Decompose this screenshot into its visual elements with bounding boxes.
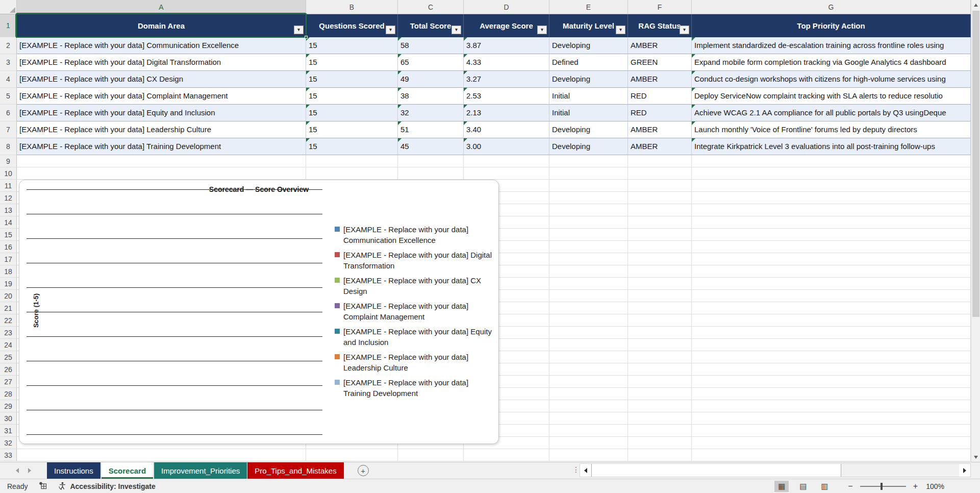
cell-D8[interactable]: 3.00	[464, 138, 549, 155]
cell-F13[interactable]	[628, 204, 692, 216]
legend-item[interactable]: [EXAMPLE - Replace with your data] Digit…	[335, 250, 499, 271]
zoom-slider-thumb[interactable]	[881, 483, 883, 490]
filter-dropdown-button[interactable]: ▾	[386, 26, 395, 34]
scroll-up-button[interactable]	[971, 0, 980, 10]
cell-A3[interactable]: [EXAMPLE - Replace with your data] Digit…	[17, 54, 306, 71]
cell-G11[interactable]	[692, 180, 971, 192]
cell-G28[interactable]	[692, 388, 971, 400]
row-number-14[interactable]: 14	[0, 216, 17, 229]
cell-E32[interactable]	[549, 437, 628, 449]
cell-E27[interactable]	[549, 376, 628, 388]
view-page-break-button[interactable]: ▥	[817, 481, 832, 492]
cell-F16[interactable]	[628, 241, 692, 253]
cell-E15[interactable]	[549, 229, 628, 241]
horizontal-scroll-track[interactable]	[841, 464, 959, 477]
cell-G13[interactable]	[692, 204, 971, 216]
filter-dropdown-button[interactable]: ▾	[451, 26, 461, 34]
cell-G18[interactable]	[692, 265, 971, 278]
zoom-level[interactable]: 100%	[925, 482, 944, 490]
row-number-1[interactable]: 1	[0, 14, 17, 37]
row-number-16[interactable]: 16	[0, 241, 17, 253]
cell-G30[interactable]	[692, 412, 971, 425]
horizontal-scrollbar[interactable]	[580, 463, 971, 477]
legend-item[interactable]: [EXAMPLE - Replace with your data] CXDes…	[335, 275, 499, 297]
legend-item[interactable]: [EXAMPLE - Replace with your data]Leader…	[335, 352, 499, 373]
column-header-A[interactable]: A	[17, 0, 306, 14]
cell-E3[interactable]: Defined	[549, 54, 628, 71]
cell-F25[interactable]	[628, 351, 692, 363]
cell-E33[interactable]	[549, 449, 628, 461]
row-number-3[interactable]: 3	[0, 54, 17, 71]
column-header-F[interactable]: F	[628, 0, 692, 14]
column-header-B[interactable]: B	[306, 0, 398, 14]
row-number-32[interactable]: 32	[0, 437, 17, 449]
cell-E24[interactable]	[549, 339, 628, 351]
cell-A9[interactable]	[17, 155, 306, 167]
cell-E5[interactable]: Initial	[549, 88, 628, 105]
cell-A5[interactable]: [EXAMPLE - Replace with your data] Compl…	[17, 88, 306, 105]
prev-sheet-button[interactable]	[11, 462, 23, 479]
row-number-15[interactable]: 15	[0, 229, 17, 241]
cell-G8[interactable]: Integrate Kirkpatrick Level 3 evaluation…	[692, 138, 971, 155]
cell-B4[interactable]: 15	[306, 71, 398, 88]
column-header-C[interactable]: C	[398, 0, 464, 14]
cell-E31[interactable]	[549, 425, 628, 437]
cell-E4[interactable]: Developing	[549, 71, 628, 88]
cell-B3[interactable]: 15	[306, 54, 398, 71]
cell-E13[interactable]	[549, 204, 628, 216]
cell-F5[interactable]: RED	[628, 88, 692, 105]
embedded-chart[interactable]: Scorecard — Score Overview Score (1-5) […	[19, 180, 499, 444]
cell-G21[interactable]	[692, 302, 971, 314]
cell-F12[interactable]	[628, 192, 692, 204]
macro-record-icon[interactable]	[39, 481, 47, 491]
accessibility-status[interactable]: Accessibility: Investigate	[58, 481, 155, 491]
cell-G19[interactable]	[692, 278, 971, 290]
cell-C33[interactable]	[398, 449, 464, 461]
cell-E12[interactable]	[549, 192, 628, 204]
filter-dropdown-button[interactable]: ▾	[294, 26, 304, 34]
cell-F9[interactable]	[628, 155, 692, 167]
view-normal-button[interactable]: ▦	[774, 481, 789, 492]
filter-dropdown-button[interactable]: ▾	[616, 26, 625, 34]
row-number-20[interactable]: 20	[0, 290, 17, 302]
sheet-tab-scorecard[interactable]: Scorecard	[101, 462, 154, 479]
row-number-24[interactable]: 24	[0, 339, 17, 351]
cell-E29[interactable]	[549, 400, 628, 412]
cell-B9[interactable]	[306, 155, 398, 167]
row-number-22[interactable]: 22	[0, 314, 17, 327]
cell-C9[interactable]	[398, 155, 464, 167]
row-number-30[interactable]: 30	[0, 412, 17, 425]
cell-C2[interactable]: 58	[398, 37, 464, 54]
cell-A7[interactable]: [EXAMPLE - Replace with your data] Leade…	[17, 121, 306, 138]
tab-scrollbar-divider[interactable]: ⋮	[572, 465, 580, 474]
cell-E10[interactable]	[549, 167, 628, 180]
table-header-C[interactable]: Total Score▾	[398, 14, 464, 37]
cell-F4[interactable]: AMBER	[628, 71, 692, 88]
cell-F32[interactable]	[628, 437, 692, 449]
cell-G33[interactable]	[692, 449, 971, 461]
row-number-25[interactable]: 25	[0, 351, 17, 363]
row-number-11[interactable]: 11	[0, 180, 17, 192]
cell-D10[interactable]	[464, 167, 549, 180]
cell-B10[interactable]	[306, 167, 398, 180]
row-number-27[interactable]: 27	[0, 376, 17, 388]
cell-G23[interactable]	[692, 327, 971, 339]
cell-D6[interactable]: 2.13	[464, 105, 549, 121]
row-number-13[interactable]: 13	[0, 204, 17, 216]
cell-A33[interactable]	[17, 449, 306, 461]
cell-A4[interactable]: [EXAMPLE - Replace with your data] CX De…	[17, 71, 306, 88]
cell-C3[interactable]: 65	[398, 54, 464, 71]
sheet-tab-improvement_priorities[interactable]: Improvement_Priorities	[154, 462, 247, 479]
row-number-5[interactable]: 5	[0, 88, 17, 105]
cell-F14[interactable]	[628, 216, 692, 229]
cell-C6[interactable]: 32	[398, 105, 464, 121]
filter-dropdown-button[interactable]: ▾	[537, 26, 547, 34]
cell-C10[interactable]	[398, 167, 464, 180]
cell-G3[interactable]: Expand mobile form completion tracking v…	[692, 54, 971, 71]
cell-C8[interactable]: 45	[398, 138, 464, 155]
legend-item[interactable]: [EXAMPLE - Replace with your data]Compla…	[335, 301, 499, 322]
cell-E23[interactable]	[549, 327, 628, 339]
row-number-26[interactable]: 26	[0, 363, 17, 376]
row-number-18[interactable]: 18	[0, 265, 17, 278]
cell-G29[interactable]	[692, 400, 971, 412]
